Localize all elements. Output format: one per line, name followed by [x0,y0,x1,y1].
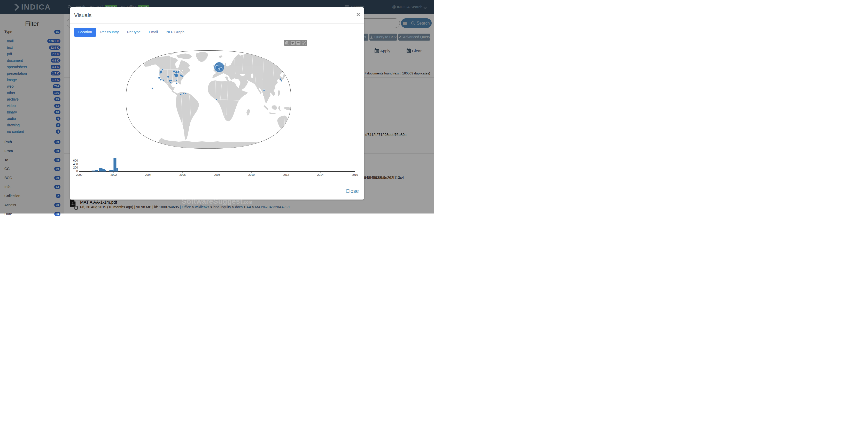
svg-text:600: 600 [73,159,78,162]
svg-text:200: 200 [73,166,78,169]
svg-text:2016: 2016 [351,173,358,176]
svg-text:2000: 2000 [76,173,82,176]
svg-text:400: 400 [73,162,78,166]
svg-text:2006: 2006 [179,173,185,176]
svg-text:2012: 2012 [283,173,289,176]
svg-text:0: 0 [76,170,78,173]
svg-text:2010: 2010 [248,173,254,176]
svg-text:2004: 2004 [145,173,151,176]
svg-text:2008: 2008 [214,173,220,176]
svg-text:2014: 2014 [317,173,323,176]
svg-text:2002: 2002 [111,173,117,176]
